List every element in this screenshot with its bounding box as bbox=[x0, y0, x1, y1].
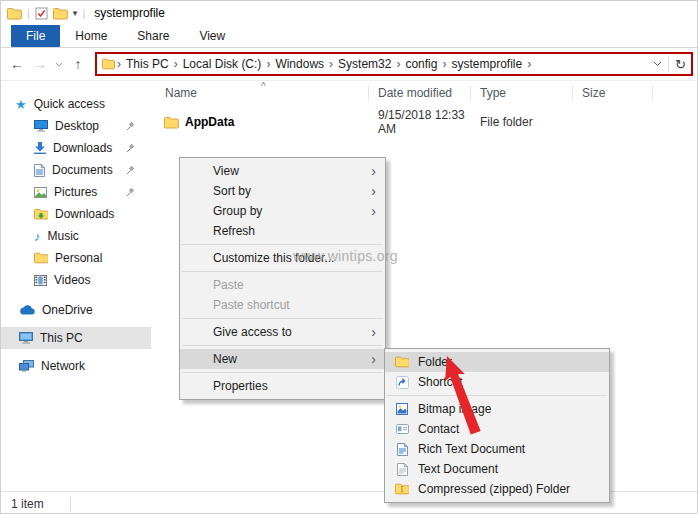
sidebar-item-pictures[interactable]: Pictures bbox=[1, 181, 151, 203]
submenu-arrow-icon: › bbox=[371, 164, 376, 178]
menu-item-paste[interactable]: Paste bbox=[180, 275, 385, 295]
desktop-monitor-icon bbox=[34, 120, 48, 132]
menu-separator bbox=[387, 395, 607, 396]
menu-item-paste-shortcut[interactable]: Paste shortcut bbox=[180, 295, 385, 315]
sidebar-item-network[interactable]: Network bbox=[1, 355, 151, 377]
sidebar-item-personal[interactable]: Personal bbox=[1, 247, 151, 269]
refresh-icon[interactable]: ↻ bbox=[675, 57, 686, 72]
submenu-item-shortcut[interactable]: Shortcut bbox=[385, 372, 609, 392]
shortcut-icon bbox=[395, 376, 409, 389]
submenu-arrow-icon: › bbox=[371, 352, 376, 366]
submenu-arrow-icon: › bbox=[371, 325, 376, 339]
tab-view[interactable]: View bbox=[184, 25, 240, 47]
file-date-modified: 9/15/2018 12:33 AM bbox=[369, 108, 471, 136]
sidebar-item-videos[interactable]: Videos bbox=[1, 269, 151, 291]
recent-locations-chevron-icon[interactable] bbox=[55, 62, 63, 67]
breadcrumb-this-pc[interactable]: This PC bbox=[123, 57, 172, 71]
address-dropdown-chevron-icon[interactable] bbox=[653, 61, 662, 67]
folder-icon bbox=[164, 116, 179, 129]
submenu-item-compressed-zipped-folder[interactable]: Compressed (zipped) Folder bbox=[385, 479, 609, 499]
download-arrow-icon bbox=[34, 142, 46, 154]
downloads-folder-icon bbox=[34, 208, 48, 221]
sort-ascending-icon[interactable]: ^ bbox=[261, 81, 266, 92]
forward-icon[interactable]: → bbox=[32, 56, 48, 72]
breadcrumb-local-disk[interactable]: Local Disk (C:) bbox=[180, 57, 265, 71]
new-folder-icon[interactable] bbox=[53, 7, 68, 20]
sidebar-item-downloads-folder[interactable]: Downloads bbox=[1, 203, 151, 225]
document-icon bbox=[34, 164, 45, 177]
breadcrumb-windows[interactable]: Windows bbox=[272, 57, 327, 71]
sidebar-item-music[interactable]: ♪ Music bbox=[1, 225, 151, 247]
breadcrumb-separator: › bbox=[440, 57, 448, 71]
rich-text-document-icon bbox=[395, 443, 409, 456]
divider bbox=[668, 56, 669, 72]
menu-item-customize-this-folder[interactable]: Customize this folder... bbox=[180, 248, 385, 268]
pictures-icon bbox=[34, 187, 47, 198]
text-document-icon bbox=[395, 463, 409, 476]
menu-item-new[interactable]: New › bbox=[180, 349, 385, 369]
explorer-window: | ▾ | systemprofile File Home Share View… bbox=[0, 0, 698, 514]
properties-check-icon[interactable] bbox=[35, 7, 48, 20]
pin-icon bbox=[126, 121, 135, 131]
menu-item-give-access-to[interactable]: Give access to › bbox=[180, 322, 385, 342]
submenu-item-bitmap-image[interactable]: Bitmap image bbox=[385, 399, 609, 419]
tab-home[interactable]: Home bbox=[60, 25, 122, 47]
column-header-name[interactable]: Name bbox=[151, 85, 369, 101]
sidebar-item-documents[interactable]: Documents bbox=[1, 159, 151, 181]
folder-icon bbox=[102, 58, 115, 70]
breadcrumb-systemprofile[interactable]: systemprofile bbox=[448, 57, 525, 71]
breadcrumb-separator: › bbox=[525, 57, 533, 71]
tab-share[interactable]: Share bbox=[122, 25, 184, 47]
menu-separator bbox=[182, 271, 383, 272]
bitmap-image-icon bbox=[395, 403, 409, 415]
videos-icon bbox=[34, 275, 47, 286]
menu-item-refresh[interactable]: Refresh bbox=[180, 221, 385, 241]
breadcrumb-separator: › bbox=[115, 57, 123, 71]
folder-icon bbox=[7, 7, 22, 20]
column-header-size[interactable]: Size bbox=[573, 85, 653, 101]
submenu-item-text-document[interactable]: Text Document bbox=[385, 459, 609, 479]
folder-icon bbox=[34, 252, 48, 264]
onedrive-cloud-icon bbox=[19, 305, 35, 315]
sidebar-item-desktop[interactable]: Desktop bbox=[1, 115, 151, 137]
title-bar: | ▾ | systemprofile bbox=[1, 1, 697, 25]
file-type: File folder bbox=[471, 115, 573, 129]
sidebar-item-onedrive[interactable]: OneDrive bbox=[1, 299, 151, 321]
divider bbox=[70, 496, 71, 511]
quick-access-star-icon: ★ bbox=[15, 97, 27, 112]
menu-item-group-by[interactable]: Group by › bbox=[180, 201, 385, 221]
navigation-pane: ★ Quick access Desktop Downloads bbox=[1, 81, 151, 491]
sidebar-item-downloads-pinned[interactable]: Downloads bbox=[1, 137, 151, 159]
submenu-item-rich-text-document[interactable]: Rich Text Document bbox=[385, 439, 609, 459]
submenu-item-contact[interactable]: Contact bbox=[385, 419, 609, 439]
column-header-date-modified[interactable]: Date modified bbox=[369, 85, 471, 101]
menu-item-view[interactable]: View › bbox=[180, 161, 385, 181]
back-icon[interactable]: ← bbox=[9, 56, 25, 72]
up-icon[interactable]: ↑ bbox=[70, 56, 86, 72]
menu-item-sort-by[interactable]: Sort by › bbox=[180, 181, 385, 201]
sidebar-item-quick-access[interactable]: ★ Quick access bbox=[1, 93, 151, 115]
this-pc-icon bbox=[19, 332, 33, 344]
address-toolbar: ← → ↑ › This PC › Local Disk (C:) › Wind… bbox=[1, 48, 697, 81]
pin-icon bbox=[126, 143, 135, 153]
sidebar-item-this-pc[interactable]: This PC bbox=[1, 327, 151, 349]
item-count: 1 item bbox=[11, 497, 44, 511]
menu-separator bbox=[182, 244, 383, 245]
address-bar[interactable]: › This PC › Local Disk (C:) › Windows › … bbox=[95, 52, 693, 76]
divider: | bbox=[82, 7, 85, 19]
tab-file[interactable]: File bbox=[11, 25, 60, 47]
file-name: AppData bbox=[185, 115, 234, 129]
breadcrumb-config[interactable]: config bbox=[402, 57, 440, 71]
pin-icon bbox=[126, 165, 135, 175]
breadcrumb-separator: › bbox=[172, 57, 180, 71]
folder-icon bbox=[395, 356, 409, 368]
menu-item-properties[interactable]: Properties bbox=[180, 376, 385, 396]
column-header-type[interactable]: Type bbox=[471, 85, 573, 101]
submenu-arrow-icon: › bbox=[371, 184, 376, 198]
submenu-item-folder[interactable]: Folder bbox=[385, 352, 609, 372]
breadcrumb-system32[interactable]: System32 bbox=[335, 57, 394, 71]
qat-dropdown-icon[interactable]: ▾ bbox=[73, 8, 78, 18]
music-note-icon: ♪ bbox=[34, 229, 41, 244]
breadcrumb-separator: › bbox=[327, 57, 335, 71]
table-row[interactable]: AppData 9/15/2018 12:33 AM File folder bbox=[151, 108, 697, 128]
